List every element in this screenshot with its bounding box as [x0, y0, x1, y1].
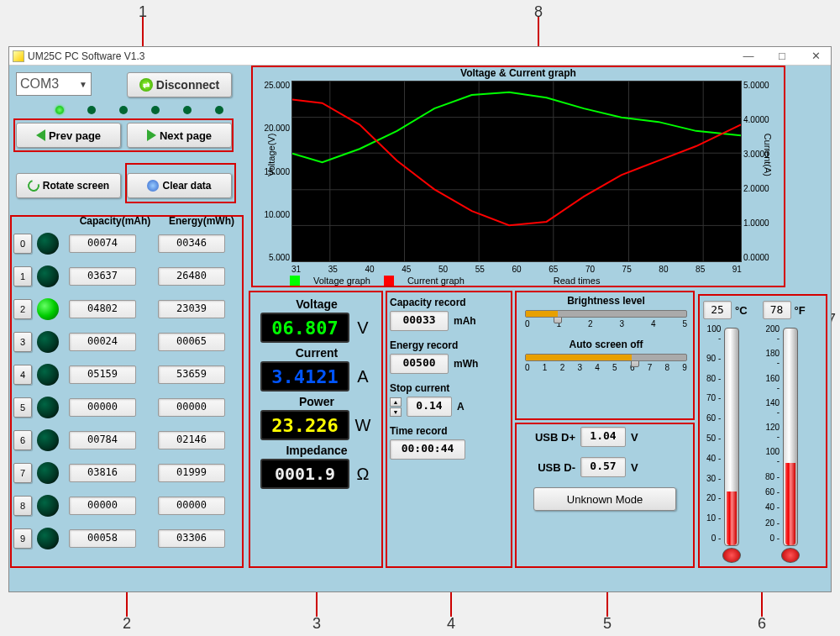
- group-select-button[interactable]: 5: [13, 397, 32, 418]
- time-record-label: Time record: [390, 425, 509, 437]
- annotation-4: 4: [447, 615, 455, 633]
- energy-value: 53659: [158, 365, 225, 384]
- title-bar: UM25C PC Software V1.3 — □ ✕: [9, 47, 831, 66]
- table-row: 9 00058 03306: [13, 522, 242, 555]
- capacity-value: 03637: [69, 267, 136, 286]
- x-axis-label: Read times: [554, 276, 601, 286]
- arrow-right-icon: [147, 129, 156, 141]
- table-row: 6 00784 02146: [13, 423, 242, 456]
- group-led: [37, 233, 59, 255]
- capacity-record-label: Capacity record: [390, 297, 509, 308]
- group-select-button[interactable]: 3: [13, 332, 32, 352]
- thermometer-celsius: 25°C 100 -90 -80 -70 -60 -50 -40 -30 -20…: [703, 301, 748, 560]
- window-maximize[interactable]: □: [770, 50, 794, 62]
- energy-value: 00000: [158, 497, 225, 515]
- current-label: Current: [253, 346, 381, 360]
- capacity-value: 00024: [69, 333, 136, 351]
- energy-value: 01999: [158, 464, 225, 482]
- spin-down-icon[interactable]: ▼: [390, 407, 402, 417]
- group-select-button[interactable]: 6: [13, 430, 32, 450]
- time-record-value: 00:00:44: [390, 439, 465, 460]
- col-capacity: Capacity(mAh): [69, 215, 161, 227]
- impedance-label: Impedance: [253, 444, 381, 457]
- temperature-panel: 25°C 100 -90 -80 -70 -60 -50 -40 -30 -20…: [703, 301, 821, 560]
- brightness-slider[interactable]: [525, 310, 687, 318]
- energy-value: 00000: [158, 398, 225, 417]
- group-select-button[interactable]: 8: [13, 496, 32, 516]
- table-row: 4 05159 53659: [13, 358, 242, 391]
- legend-current-swatch: [384, 276, 394, 286]
- table-row: 3 00024 00065: [13, 325, 242, 358]
- impedance-value: 0001.9: [260, 459, 349, 489]
- group-select-button[interactable]: 9: [13, 528, 32, 549]
- stop-current-label: Stop current: [390, 382, 509, 394]
- group-led: [37, 364, 59, 386]
- com-port-select[interactable]: COM3 ▼: [16, 72, 92, 96]
- energy-value: 02146: [158, 431, 225, 449]
- power-value: 23.226: [260, 410, 349, 440]
- group-led: [37, 298, 59, 320]
- group-led: [37, 265, 59, 287]
- energy-record-value: 00500: [390, 354, 449, 374]
- legend-current: Current graph: [407, 276, 465, 286]
- spin-up-icon[interactable]: ▲: [390, 397, 402, 407]
- group-select-button[interactable]: 1: [13, 266, 32, 286]
- usb-dp-value: 1.04: [580, 427, 626, 447]
- voltage-label: Voltage: [253, 297, 381, 311]
- led: [87, 106, 96, 114]
- energy-value: 23039: [158, 300, 225, 318]
- screenoff-slider[interactable]: [525, 354, 687, 361]
- prev-page-button[interactable]: Prev page: [16, 123, 121, 148]
- annotation-6: 6: [758, 615, 766, 633]
- group-select-button[interactable]: 0: [13, 234, 32, 254]
- capacity-value: 00000: [69, 398, 136, 417]
- energy-record-label: Energy record: [390, 339, 509, 351]
- data-group-table: Capacity(mAh) Energy(mWh) 0 00074 003461…: [13, 215, 242, 555]
- stop-current-value[interactable]: 0.14: [407, 397, 452, 417]
- therm-bulb-icon: [722, 548, 741, 563]
- measurements-panel: Voltage 06.807V Current 3.4121A Power 23…: [253, 294, 381, 492]
- chevron-down-icon: ▼: [79, 80, 87, 89]
- group-select-button[interactable]: 7: [13, 463, 32, 483]
- next-page-button[interactable]: Next page: [127, 123, 232, 148]
- col-energy: Energy(mWh): [161, 215, 242, 227]
- clear-data-button[interactable]: Clear data: [127, 173, 232, 198]
- annotation-2: 2: [123, 615, 131, 633]
- led: [151, 106, 160, 114]
- disconnect-button[interactable]: ⇄ Disconnect: [127, 72, 232, 97]
- capacity-value: 00784: [69, 431, 136, 449]
- window-minimize[interactable]: —: [737, 50, 760, 62]
- chart-plot-area: [291, 81, 742, 262]
- group-led: [37, 397, 59, 418]
- capacity-value: 04802: [69, 300, 136, 318]
- table-row: 7 03816 01999: [13, 456, 242, 489]
- capacity-record-value: 00033: [390, 311, 449, 331]
- group-select-button[interactable]: 4: [13, 365, 32, 385]
- rotate-screen-button[interactable]: Rotate screen: [16, 173, 121, 198]
- led: [119, 106, 128, 114]
- chart-panel: Voltage & Current graph: [258, 67, 779, 281]
- therm-bulb-icon: [781, 548, 800, 563]
- charge-mode-button[interactable]: Unknown Mode: [533, 487, 676, 511]
- led: [183, 106, 192, 114]
- group-select-button[interactable]: 2: [13, 299, 32, 319]
- arrow-left-icon: [36, 129, 45, 141]
- group-led: [37, 528, 59, 549]
- window-close[interactable]: ✕: [804, 50, 827, 62]
- legend-voltage: Voltage graph: [313, 276, 370, 286]
- app-window: UM25C PC Software V1.3 — □ ✕ COM3 ▼ ⇄ Di…: [8, 46, 832, 592]
- annotation-5: 5: [603, 615, 612, 633]
- usb-panel: USB D+1.04V USB D-0.57V Unknown Mode: [520, 427, 692, 511]
- record-panel: Capacity record 00033mAh Energy record 0…: [390, 297, 509, 468]
- energy-value: 26480: [158, 267, 225, 286]
- rotate-icon: [25, 177, 41, 193]
- window-title: UM25C PC Software V1.3: [28, 50, 144, 62]
- table-row: 1 03637 26480: [13, 260, 242, 292]
- table-row: 8 00000 00000: [13, 489, 242, 522]
- table-row: 5 00000 00000: [13, 391, 242, 423]
- usb-dm-value: 0.57: [580, 457, 626, 477]
- stop-current-spinner[interactable]: ▲▼: [390, 397, 402, 417]
- legend-voltage-swatch: [290, 276, 300, 286]
- capacity-value: 00000: [69, 497, 136, 515]
- status-leds: [55, 106, 223, 114]
